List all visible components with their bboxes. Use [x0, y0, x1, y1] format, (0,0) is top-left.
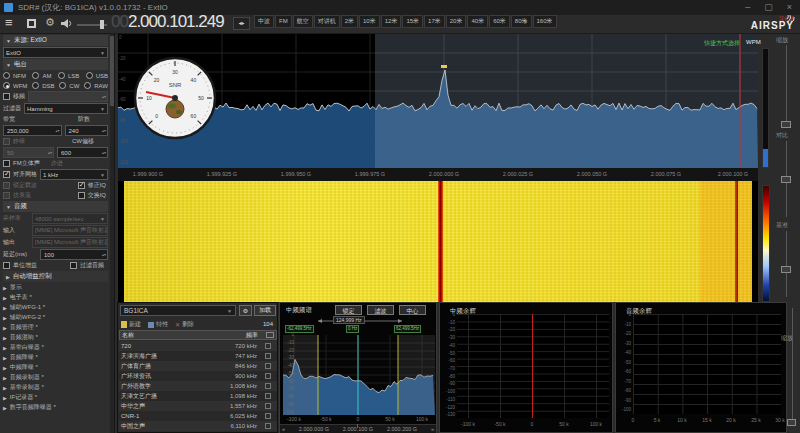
close-icon[interactable]: × — [787, 3, 792, 12]
speaker-icon[interactable] — [60, 18, 73, 29]
radio-section-header[interactable]: ▼电台 — [3, 59, 108, 70]
filter-select[interactable]: Hamming▼ — [24, 103, 108, 114]
if-filter-button[interactable]: 滤波 — [367, 305, 394, 315]
manager-gear-button[interactable]: ⚙ — [239, 305, 252, 316]
frequency-stepper[interactable]: ◂▸ — [233, 17, 250, 30]
scroll-left-icon[interactable]: « — [282, 426, 285, 432]
source-device-select[interactable]: ExtIO▼ — [3, 47, 108, 58]
sidebar-item-plugin[interactable]: ▶辅助WFG-2 * — [3, 313, 108, 322]
station-checkbox[interactable] — [265, 383, 271, 389]
bottom-zoom-slider-thumb[interactable] — [787, 419, 796, 426]
band-button[interactable]: 10米 — [359, 15, 380, 28]
band-button[interactable]: 12米 — [381, 15, 402, 28]
sidebar-item-plugin[interactable]: ▶辅助WFG-1 * — [3, 303, 108, 312]
cw-shift-input[interactable]: 600▴▾ — [57, 147, 108, 158]
band-button[interactable]: 航空 — [293, 15, 313, 28]
properties-button[interactable]: 特性 — [148, 320, 168, 329]
mode-radio-dsb[interactable]: DSB — [32, 81, 54, 90]
contrast-slider-thumb[interactable] — [781, 176, 791, 183]
order-input[interactable]: 240▴▾ — [65, 125, 109, 136]
menu-icon[interactable]: ≡ — [5, 15, 13, 30]
sidebar-item-display[interactable]: ▶显示 — [3, 283, 108, 292]
new-entry-button[interactable]: 新建 — [121, 320, 141, 329]
station-checkbox[interactable] — [265, 413, 271, 419]
mode-radio-raw[interactable]: RAW — [84, 81, 108, 90]
station-checkbox[interactable] — [265, 343, 271, 349]
chevron-down-icon[interactable]: ▾ — [524, 18, 527, 25]
station-row[interactable]: 广环球资讯900 kHz — [119, 371, 277, 381]
station-checkbox[interactable] — [265, 393, 271, 399]
station-checkbox[interactable] — [265, 403, 271, 409]
squelch-checkbox[interactable] — [3, 138, 10, 145]
load-button[interactable]: 加载 — [254, 305, 276, 316]
station-row[interactable]: 中国之声6,110 kHz — [119, 421, 277, 431]
unity-gain-checkbox[interactable] — [3, 262, 10, 269]
band-button[interactable]: 对讲机 — [314, 15, 340, 28]
group-select[interactable]: BG1ICA▼ — [120, 305, 236, 316]
sidebar-item-plugin[interactable]: ▶数字音频降噪器 * — [3, 403, 108, 412]
if-center-button[interactable]: 中心 — [399, 305, 426, 315]
sidebar-item-plugin[interactable]: ▶中频降噪 * — [3, 363, 108, 372]
zoom-slider-thumb[interactable] — [781, 121, 791, 128]
source-section-header[interactable]: ▼来源: ExtIO — [3, 35, 108, 46]
shift-checkbox[interactable] — [3, 93, 10, 100]
if-spectrum-plot[interactable] — [283, 335, 435, 415]
sidebar-item-plugin[interactable]: ▶音频混响 * — [3, 333, 108, 342]
band-button[interactable]: 60米 — [489, 15, 510, 28]
band-button[interactable]: 40米 — [467, 15, 488, 28]
gear-icon[interactable]: ⚙ — [45, 16, 55, 29]
band-button[interactable]: 15米 — [402, 15, 423, 28]
sidebar-item-plugin[interactable]: ▶IF记录器 * — [3, 393, 108, 402]
minimize-icon[interactable]: – — [745, 3, 750, 12]
range-slider-thumb[interactable] — [781, 266, 791, 273]
if-lock-button[interactable]: 锁定 — [335, 305, 362, 315]
station-row[interactable]: 天津滨海广播747 kHz — [119, 351, 277, 361]
band-button[interactable]: 2米 — [341, 15, 358, 28]
lock-carrier-checkbox[interactable] — [3, 182, 10, 189]
range-slider[interactable] — [786, 231, 787, 297]
mode-radio-cw[interactable]: CW — [59, 81, 79, 90]
station-checkbox[interactable] — [265, 373, 271, 379]
station-row[interactable]: 广外语教学1,008 kHz — [119, 381, 277, 391]
sidebar-item-plugin[interactable]: ▶音频管理 * — [3, 323, 108, 332]
anti-fading-checkbox[interactable] — [3, 192, 10, 199]
mode-radio-usb[interactable]: USB — [86, 71, 108, 80]
snap-checkbox[interactable] — [3, 171, 10, 178]
station-table-header[interactable]: 名称 频率 — [119, 330, 277, 340]
mode-radio-lsb[interactable]: LSB — [58, 71, 79, 80]
sidebar-item-plugin[interactable]: ▶音频录制器 * — [3, 373, 108, 382]
bottom-zoom-slider[interactable] — [792, 308, 793, 423]
if-frequency-bar[interactable]: « 2.000.000 G 2.000.100 G 2.000.200 G » — [280, 424, 436, 433]
scroll-right-icon[interactable]: » — [431, 426, 434, 432]
station-row[interactable]: 天津文艺广播1,098 kHz — [119, 391, 277, 401]
band-button[interactable]: 80米 — [511, 15, 532, 28]
bandwidth-input[interactable]: 250,000▴▾ — [3, 125, 62, 136]
band-button[interactable]: 中波 — [254, 15, 274, 28]
sidebar-item-plugin[interactable]: ▶音频降噪 * — [3, 353, 108, 362]
band-button[interactable]: FM — [275, 15, 292, 28]
maximize-icon[interactable]: ▢ — [764, 3, 773, 12]
mode-radio-wfm[interactable]: WFM — [3, 81, 27, 90]
start-stop-icon[interactable] — [27, 19, 36, 28]
swap-iq-checkbox[interactable] — [78, 192, 85, 199]
station-checkbox[interactable] — [265, 353, 271, 359]
delete-button[interactable]: ✕删除 — [175, 320, 194, 329]
frequency-display[interactable]: 002.000.101.249 — [111, 12, 224, 32]
zoom-slider[interactable] — [786, 45, 787, 125]
correct-iq-checkbox[interactable] — [78, 182, 85, 189]
band-button[interactable]: 20米 — [446, 15, 467, 28]
fm-stereo-checkbox[interactable] — [3, 160, 10, 167]
sidebar-item-plugin[interactable]: ▶基带录制器 * — [3, 383, 108, 392]
band-button[interactable]: 17米 — [424, 15, 445, 28]
latency-input[interactable]: 100▴▾ — [40, 249, 108, 260]
station-row[interactable]: 广体育广播846 kHz — [119, 361, 277, 371]
volume-slider-thumb[interactable] — [100, 20, 104, 29]
filter-audio-checkbox[interactable] — [70, 262, 77, 269]
sidebar-item-plugin[interactable]: ▶电子表 * — [3, 293, 108, 302]
audio-persistence-plot[interactable] — [633, 314, 781, 414]
audio-section-header[interactable]: ▼音频 — [3, 201, 108, 212]
sidebar-scrollbar[interactable] — [110, 34, 114, 433]
mode-radio-nfm[interactable]: NFM — [3, 71, 26, 80]
mode-radio-am[interactable]: AM — [32, 71, 51, 80]
snap-step-select[interactable]: 1 kHz▼ — [40, 169, 108, 180]
